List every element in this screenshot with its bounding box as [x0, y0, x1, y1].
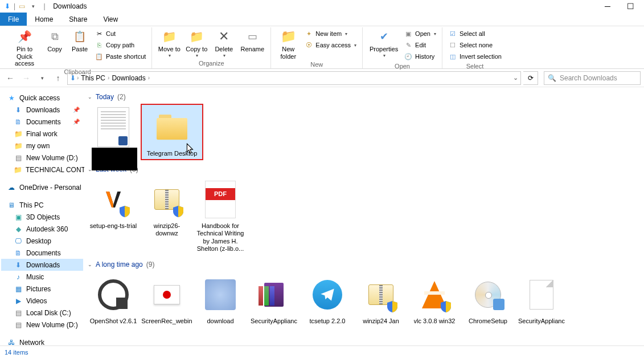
file-item[interactable]: OpenShot v2.6.1	[88, 272, 139, 327]
file-item[interactable]: PDF Handbook for Technical Writing by Ja…	[195, 177, 246, 255]
search-box[interactable]: 🔍 Search Downloads	[544, 71, 641, 85]
paste-shortcut-button[interactable]: 📋Paste shortcut	[93, 51, 147, 62]
minimize-button[interactable]: ─	[596, 0, 619, 13]
file-item[interactable]: winzip24 Jan	[355, 272, 407, 327]
group-lastweek[interactable]: ⌄ Last week (3)	[88, 165, 644, 173]
select-all-button[interactable]: ☑Select all	[447, 29, 503, 39]
properties-button[interactable]: ✔ Properties	[367, 27, 400, 58]
sidebar-my-own[interactable]: 📁my own	[1, 140, 83, 152]
delete-button[interactable]: ✕ Delete	[211, 27, 236, 58]
move-to-icon: 📁	[160, 29, 178, 44]
down-arrow-icon[interactable]: ⬇	[2, 1, 13, 11]
sidebar-network[interactable]: 🖧Network	[1, 336, 83, 345]
nav-forward-button[interactable]: →	[19, 71, 33, 85]
sidebar-3d-objects[interactable]: ▣3D Objects	[1, 211, 83, 223]
sidebar-videos[interactable]: ▶Videos	[1, 295, 83, 307]
nav-back-button[interactable]: ←	[3, 71, 17, 85]
crumb-thispc[interactable]: This PC	[80, 74, 106, 82]
shield-icon	[387, 300, 398, 313]
copy-button[interactable]: ⧉ Copy	[43, 27, 66, 53]
paste-button[interactable]: 📋 Paste	[68, 27, 91, 53]
new-folder-qat-icon[interactable]: ▭	[17, 1, 27, 11]
folder-icon	[151, 107, 192, 148]
group-today[interactable]: ⌄ Today (2)	[88, 93, 644, 101]
nav-sidebar: ★Quick access ⬇Downloads📌 🗎Documents📌 📁F…	[0, 87, 84, 345]
file-item[interactable]	[88, 104, 139, 160]
nav-up-button[interactable]: ↑	[51, 71, 65, 85]
nav-recent-dropdown[interactable]: ▾	[35, 71, 49, 85]
easy-access-button[interactable]: ⦿Easy access	[303, 40, 358, 50]
pin-to-quick-access-button[interactable]: 📌 Pin to Quick access	[8, 27, 41, 67]
pin-icon: 📌	[73, 119, 83, 125]
file-item[interactable]: SecurityApplianc	[516, 272, 567, 327]
sidebar-this-pc[interactable]: 🖥This PC	[1, 199, 83, 211]
sidebar-quick-access[interactable]: ★Quick access	[1, 92, 83, 104]
new-item-button[interactable]: ✦New item	[303, 29, 358, 39]
openshot-icon	[93, 274, 134, 315]
sidebar-documents[interactable]: 🗎Documents📌	[1, 116, 83, 128]
sidebar-local-disk[interactable]: ▤Local Disk (C:)	[1, 307, 83, 319]
new-folder-icon: 📁	[279, 29, 297, 44]
rename-button[interactable]: ▭ Rename	[239, 27, 266, 53]
cube-icon: ▣	[14, 213, 23, 222]
sidebar-desktop[interactable]: 🖵Desktop	[1, 235, 83, 247]
file-item[interactable]: winzip26-downwz	[141, 177, 192, 255]
new-folder-button[interactable]: 📁 New folder	[276, 27, 301, 60]
file-item[interactable]: VV setup-eng-ts-trial	[88, 177, 139, 255]
copy-path-button[interactable]: ⎘Copy path	[93, 40, 147, 50]
paste-shortcut-icon: 📋	[95, 52, 104, 61]
copy-to-button[interactable]: 📁 Copy to	[184, 27, 209, 58]
tab-file[interactable]: File	[0, 13, 27, 26]
sidebar-downloads-2[interactable]: ⬇Downloads	[1, 259, 83, 271]
word-document-icon	[93, 107, 134, 148]
file-item[interactable]: ChromeSetup	[462, 272, 514, 327]
search-icon: 🔍	[548, 74, 556, 82]
content-area[interactable]: ⌄ Today (2) Telegram Desktop ⌄	[84, 87, 644, 345]
tab-share[interactable]: Share	[61, 13, 95, 26]
sidebar-new-volume[interactable]: ▤New Volume (D:)	[1, 152, 83, 164]
sidebar-technical[interactable]: 📁TECHNICAL CONTE	[1, 164, 83, 176]
sidebar-downloads[interactable]: ⬇Downloads📌	[1, 104, 83, 116]
pdf-icon: PDF	[200, 179, 241, 220]
sidebar-autodesk[interactable]: ◆Autodesk 360	[1, 223, 83, 235]
file-item[interactable]: download	[195, 272, 246, 327]
file-item[interactable]: SecurityApplianc	[248, 272, 300, 327]
edit-button[interactable]: ✎Edit	[403, 40, 437, 50]
crumb-sep-icon: ›	[77, 75, 79, 81]
crumb-sep-icon: ›	[148, 75, 150, 81]
crumb-downloads[interactable]: Downloads	[110, 74, 146, 82]
cut-button[interactable]: ✂Cut	[93, 29, 147, 39]
select-none-button[interactable]: ☐Select none	[447, 40, 503, 50]
sidebar-music[interactable]: ♪Music	[1, 271, 83, 283]
chrome-setup-icon	[467, 274, 508, 315]
maximize-button[interactable]: ☐	[619, 0, 642, 13]
file-item[interactable]: ScreenRec_webin	[141, 272, 192, 327]
setup-v-icon: VV	[93, 179, 134, 220]
copy-to-icon: 📁	[187, 29, 206, 44]
address-bar[interactable]: ⬇ › This PC › Downloads › ⌄	[67, 71, 521, 85]
refresh-button[interactable]: ⟳	[523, 71, 538, 85]
file-item-telegram-desktop[interactable]: Telegram Desktop	[141, 104, 203, 160]
move-to-button[interactable]: 📁 Move to	[157, 27, 182, 58]
file-item[interactable]: tcsetup 2.2.0	[302, 272, 353, 327]
file-item[interactable]: vlc 3.0.8 win32	[409, 272, 460, 327]
tab-home[interactable]: Home	[27, 13, 61, 26]
tab-view[interactable]: View	[95, 13, 126, 26]
scissors-icon: ✂	[95, 29, 104, 38]
open-button[interactable]: ▣Open	[403, 29, 437, 39]
invert-selection-button[interactable]: ◫Invert selection	[447, 51, 503, 62]
chevron-down-icon: ⌄	[88, 262, 92, 267]
sidebar-onedrive[interactable]: ☁OneDrive - Personal	[1, 181, 83, 193]
sidebar-documents-2[interactable]: 🗎Documents	[1, 247, 83, 259]
address-dropdown-icon[interactable]: ⌄	[513, 74, 518, 82]
copy-icon: ⧉	[46, 29, 64, 44]
group-longtime[interactable]: ⌄ A long time ago (9)	[88, 261, 644, 268]
easy-access-icon: ⦿	[304, 40, 313, 50]
sidebar-new-volume-2[interactable]: ▤New Volume (D:)	[1, 319, 83, 331]
sidebar-pictures[interactable]: ▦Pictures	[1, 283, 83, 295]
sidebar-final-work[interactable]: 📁Final work	[1, 128, 83, 140]
pin-icon: 📌	[15, 29, 34, 44]
history-button[interactable]: 🕘History	[403, 51, 437, 62]
qat-dropdown-icon[interactable]: ▾	[28, 1, 38, 11]
folder-icon: 📁	[14, 129, 23, 139]
